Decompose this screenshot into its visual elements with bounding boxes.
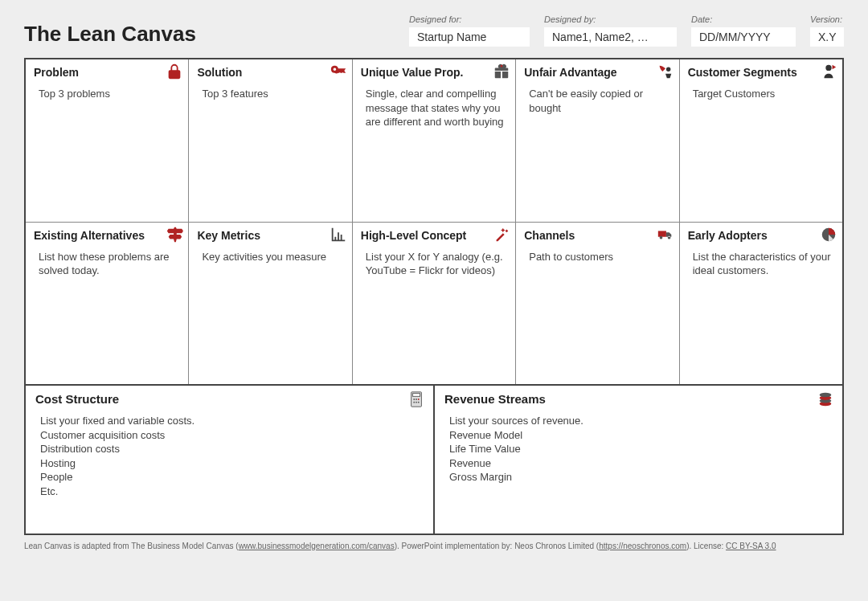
page-title: The Lean Canvas bbox=[24, 22, 196, 47]
chart-icon bbox=[330, 226, 347, 243]
col-uvp: Unique Value Prop. Single, clear and com… bbox=[353, 59, 516, 384]
svg-point-5 bbox=[418, 399, 420, 400]
concept-title: High-Level Concept bbox=[361, 229, 507, 242]
svg-rect-2 bbox=[412, 394, 420, 397]
cost-title: Cost Structure bbox=[35, 392, 424, 406]
cell-adopters[interactable]: Early Adopters List the characteristics … bbox=[680, 222, 842, 385]
metrics-title: Key Metrics bbox=[197, 229, 343, 242]
svg-point-8 bbox=[418, 402, 420, 403]
svg-point-6 bbox=[413, 402, 415, 403]
designed-for-label: Designed for: bbox=[409, 14, 530, 24]
col-advantage: Unfair Advantage Can't be easily copied … bbox=[516, 59, 679, 384]
version-label: Version: bbox=[810, 14, 844, 24]
person-icon bbox=[820, 63, 837, 80]
superhero-icon bbox=[657, 63, 674, 80]
concept-body: List your X for Y analogy (e.g. YouTube … bbox=[361, 250, 507, 278]
key-icon bbox=[330, 63, 347, 80]
designed-for-input[interactable] bbox=[409, 27, 530, 47]
cell-solution[interactable]: Solution Top 3 features bbox=[189, 59, 351, 222]
version-input[interactable] bbox=[810, 27, 844, 47]
channels-body: Path to customers bbox=[524, 250, 670, 264]
svg-point-4 bbox=[416, 399, 417, 400]
cell-uvp[interactable]: Unique Value Prop. Single, clear and com… bbox=[353, 59, 515, 222]
link-bmg[interactable]: www.businessmodelgeneration.com/canvas bbox=[239, 542, 395, 550]
alternatives-body: List how these problems are solved today… bbox=[34, 250, 180, 278]
revenue-title: Revenue Streams bbox=[444, 392, 833, 406]
wand-icon bbox=[493, 226, 510, 243]
col-solution: Solution Top 3 features Key Metrics Key … bbox=[189, 59, 352, 384]
coins-icon bbox=[817, 390, 834, 408]
adopters-body: List the characteristics of your ideal c… bbox=[688, 250, 834, 278]
problem-title: Problem bbox=[34, 66, 180, 79]
uvp-body: Single, clear and compelling message tha… bbox=[361, 87, 507, 129]
date-input[interactable] bbox=[691, 27, 796, 47]
svg-point-3 bbox=[413, 399, 415, 400]
footer-credit: Lean Canvas is adapted from The Business… bbox=[24, 542, 844, 550]
footer-t3: ). License: bbox=[686, 542, 726, 550]
cell-revenue[interactable]: Revenue Streams List your sources of rev… bbox=[435, 386, 842, 534]
footer-t1: Lean Canvas is adapted from The Business… bbox=[24, 542, 239, 550]
truck-icon bbox=[657, 226, 674, 243]
cell-metrics[interactable]: Key Metrics Key activities you measure bbox=[189, 222, 351, 385]
bottom-row: Cost Structure List your fixed and varia… bbox=[26, 384, 842, 534]
link-neos[interactable]: https://neoschronos.com bbox=[599, 542, 686, 550]
advantage-body: Can't be easily copied or bought bbox=[524, 87, 670, 115]
adopters-title: Early Adopters bbox=[688, 229, 834, 242]
footer-t2: ). PowerPoint implementation by: Neos Ch… bbox=[395, 542, 600, 550]
lean-canvas-page: The Lean Canvas Designed for: Designed b… bbox=[0, 0, 868, 601]
lock-icon bbox=[166, 63, 183, 80]
designed-by-input[interactable] bbox=[544, 27, 677, 47]
problem-body: Top 3 problems bbox=[34, 87, 180, 101]
solution-body: Top 3 features bbox=[197, 87, 343, 101]
uvp-title: Unique Value Prop. bbox=[361, 66, 507, 79]
calculator-icon bbox=[407, 390, 425, 408]
cell-cost[interactable]: Cost Structure List your fixed and varia… bbox=[26, 386, 435, 534]
pie-chart-icon bbox=[820, 226, 837, 243]
segments-body: Target Customers bbox=[688, 87, 834, 101]
metrics-body: Key activities you measure bbox=[197, 250, 343, 264]
cell-channels[interactable]: Channels Path to customers bbox=[516, 222, 678, 385]
header: The Lean Canvas Designed for: Designed b… bbox=[24, 14, 844, 47]
col-segments: Customer Segments Target Customers Early… bbox=[680, 59, 842, 384]
cell-advantage[interactable]: Unfair Advantage Can't be easily copied … bbox=[516, 59, 678, 222]
channels-title: Channels bbox=[524, 229, 670, 242]
revenue-body: List your sources of revenue. Revenue Mo… bbox=[444, 414, 833, 484]
cell-concept[interactable]: High-Level Concept List your X for Y ana… bbox=[353, 222, 515, 385]
advantage-title: Unfair Advantage bbox=[524, 66, 670, 79]
segments-title: Customer Segments bbox=[688, 66, 834, 79]
top-row: Problem Top 3 problems Existing Alternat… bbox=[26, 59, 842, 384]
svg-point-7 bbox=[416, 402, 417, 403]
canvas-grid: Problem Top 3 problems Existing Alternat… bbox=[24, 58, 844, 535]
cell-segments[interactable]: Customer Segments Target Customers bbox=[680, 59, 842, 222]
cell-problem[interactable]: Problem Top 3 problems bbox=[26, 59, 188, 222]
alternatives-title: Existing Alternatives bbox=[34, 229, 180, 242]
link-license[interactable]: CC BY-SA 3.0 bbox=[726, 542, 776, 550]
signpost-icon bbox=[166, 226, 183, 243]
solution-title: Solution bbox=[197, 66, 343, 79]
date-label: Date: bbox=[691, 14, 796, 24]
cost-body: List your fixed and variable costs. Cust… bbox=[35, 414, 424, 498]
meta-fields: Designed for: Designed by: Date: Version… bbox=[409, 14, 844, 47]
designed-by-label: Designed by: bbox=[544, 14, 677, 24]
col-problem: Problem Top 3 problems Existing Alternat… bbox=[26, 59, 189, 384]
cell-alternatives[interactable]: Existing Alternatives List how these pro… bbox=[26, 222, 188, 385]
svg-point-12 bbox=[820, 393, 832, 398]
gift-icon bbox=[493, 63, 510, 80]
